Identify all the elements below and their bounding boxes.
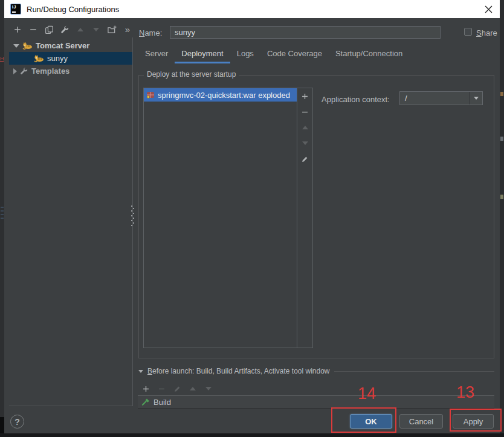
dialog-titlebar: IJ Run/Debug Configurations bbox=[4, 0, 500, 18]
dialog-title: Run/Debug Configurations bbox=[27, 5, 119, 14]
pencil-icon bbox=[173, 385, 181, 393]
move-artifact-up-button[interactable] bbox=[301, 123, 309, 132]
artifact-icon bbox=[146, 91, 155, 99]
tree-item-templates[interactable]: Templates bbox=[9, 65, 133, 77]
configuration-tabs: Server Deployment Logs Code Coverage Sta… bbox=[138, 45, 409, 63]
chevron-double-right-icon: » bbox=[125, 25, 130, 34]
new-folder-icon bbox=[107, 25, 117, 34]
deploy-group: Deploy at the server startup springmvc-0… bbox=[138, 75, 494, 358]
tree-splitter[interactable] bbox=[132, 37, 133, 406]
background-mark bbox=[500, 195, 503, 199]
before-launch-section: Before launch: Build, Build Artifacts, A… bbox=[138, 366, 494, 376]
name-input[interactable] bbox=[170, 26, 441, 39]
artifact-list-toolbar bbox=[297, 88, 312, 348]
before-launch-label: Before launch: Build, Build Artifacts, A… bbox=[147, 367, 330, 375]
pencil-icon bbox=[301, 155, 309, 163]
add-task-button[interactable] bbox=[141, 384, 150, 393]
plus-icon bbox=[301, 92, 309, 100]
share-label[interactable]: Share bbox=[476, 28, 497, 37]
minus-icon bbox=[301, 108, 309, 116]
copy-configuration-button[interactable] bbox=[44, 25, 54, 34]
new-folder-button[interactable] bbox=[107, 25, 117, 34]
move-up-icon bbox=[302, 126, 308, 129]
remove-task-button[interactable] bbox=[157, 384, 166, 393]
before-launch-task-build[interactable]: Build bbox=[138, 395, 494, 409]
move-artifact-down-button[interactable] bbox=[301, 139, 309, 147]
artifact-label: springmvc-02-quickstart:war exploded bbox=[158, 91, 290, 100]
tab-deployment[interactable]: Deployment bbox=[175, 45, 230, 63]
annotation-rect-ok bbox=[331, 407, 396, 433]
tomcat-icon bbox=[22, 42, 33, 50]
artifact-list-item[interactable]: springmvc-02-quickstart:war exploded bbox=[144, 88, 297, 102]
help-button[interactable]: ? bbox=[10, 415, 24, 429]
background-mark bbox=[500, 137, 503, 141]
tab-logs[interactable]: Logs bbox=[230, 45, 260, 63]
remove-configuration-button[interactable] bbox=[28, 25, 38, 34]
tab-startup-connection[interactable]: Startup/Connection bbox=[329, 45, 409, 63]
edit-artifact-button[interactable] bbox=[301, 155, 309, 163]
hammer-icon bbox=[141, 398, 150, 406]
configurations-tree: Tomcat Server sunyy Templates bbox=[9, 37, 133, 406]
application-context-combobox[interactable]: / bbox=[399, 91, 483, 105]
tree-item-tomcat-server[interactable]: Tomcat Server bbox=[9, 39, 133, 52]
cancel-button[interactable]: Cancel bbox=[399, 414, 443, 429]
copy-icon bbox=[45, 25, 54, 34]
share-checkbox[interactable] bbox=[464, 28, 472, 36]
background-left-sliver: H bbox=[0, 0, 4, 437]
annotation-step-14: 14 bbox=[358, 386, 376, 402]
move-up-button[interactable] bbox=[76, 25, 85, 34]
background-mark bbox=[1, 204, 4, 220]
chevron-down-icon bbox=[474, 97, 479, 100]
background-right-sliver bbox=[500, 0, 504, 437]
background-stray-text: H bbox=[0, 56, 4, 62]
tab-server[interactable]: Server bbox=[138, 45, 175, 63]
intellij-logo-icon: IJ bbox=[10, 4, 21, 15]
combo-dropdown-button[interactable] bbox=[469, 92, 482, 105]
more-actions-button[interactable]: » bbox=[123, 25, 132, 34]
collapse-icon[interactable] bbox=[13, 44, 19, 48]
move-up-icon bbox=[190, 387, 196, 390]
plus-icon bbox=[13, 25, 22, 34]
collapse-icon[interactable] bbox=[138, 370, 143, 373]
configurations-toolbar: » bbox=[13, 25, 132, 34]
close-icon bbox=[485, 5, 493, 13]
wrench-icon bbox=[60, 25, 69, 34]
background-mark bbox=[500, 92, 503, 96]
edit-task-button[interactable] bbox=[173, 384, 181, 393]
add-artifact-button[interactable] bbox=[301, 92, 309, 100]
annotation-rect-apply bbox=[450, 409, 502, 432]
question-icon: ? bbox=[15, 417, 20, 427]
application-context-label: Application context: bbox=[321, 95, 390, 104]
edit-defaults-button[interactable] bbox=[60, 25, 69, 34]
name-label: Name: bbox=[139, 28, 162, 37]
annotation-step-13: 13 bbox=[456, 384, 474, 401]
plus-icon bbox=[142, 385, 150, 393]
move-up-icon bbox=[77, 28, 83, 31]
run-debug-configurations-dialog: IJ Run/Debug Configurations bbox=[4, 0, 500, 433]
tree-item-sunyy[interactable]: sunyy bbox=[9, 52, 133, 65]
tomcat-icon bbox=[34, 54, 44, 62]
remove-artifact-button[interactable] bbox=[301, 108, 309, 116]
splitter-handle-icon[interactable] bbox=[131, 206, 132, 207]
application-context-value: / bbox=[400, 92, 469, 105]
background-bottom-sliver bbox=[0, 433, 504, 437]
move-down-icon bbox=[93, 28, 99, 31]
artifact-list: springmvc-02-quickstart:war exploded bbox=[143, 88, 313, 348]
minus-icon bbox=[29, 25, 37, 34]
before-launch-toolbar bbox=[141, 384, 213, 393]
tab-code-coverage[interactable]: Code Coverage bbox=[260, 45, 329, 63]
move-down-icon bbox=[205, 387, 212, 390]
deploy-group-title: Deploy at the server startup bbox=[144, 70, 239, 79]
expand-icon[interactable] bbox=[13, 68, 17, 74]
minus-icon bbox=[158, 385, 166, 393]
move-down-icon bbox=[302, 141, 308, 145]
add-configuration-button[interactable] bbox=[13, 25, 22, 34]
wrench-icon bbox=[20, 67, 28, 76]
move-task-up-button[interactable] bbox=[189, 384, 197, 393]
move-task-down-button[interactable] bbox=[204, 384, 213, 393]
separator-line bbox=[334, 371, 494, 372]
move-down-button[interactable] bbox=[91, 25, 101, 34]
close-button[interactable] bbox=[483, 4, 494, 15]
